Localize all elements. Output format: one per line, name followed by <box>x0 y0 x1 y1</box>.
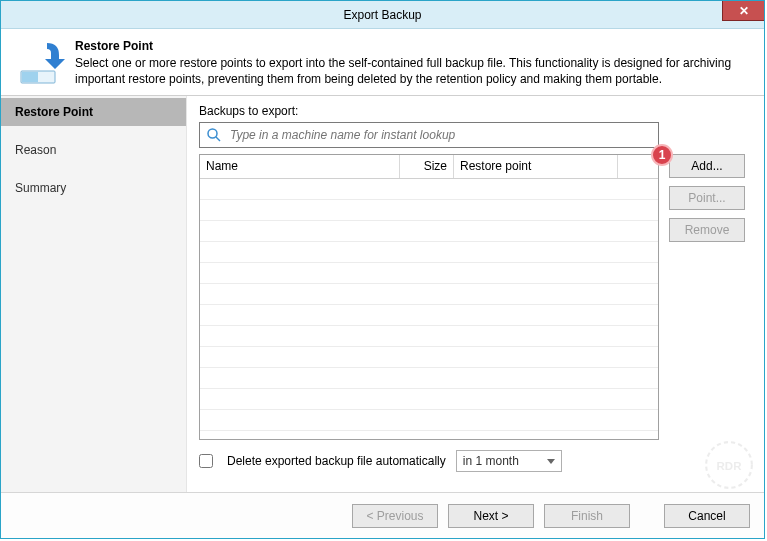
table-actions: 1 Add... Point... Remove <box>669 154 745 440</box>
window-title: Export Backup <box>1 8 764 22</box>
retention-period-dropdown[interactable]: in 1 month <box>456 450 562 472</box>
retention-period-value: in 1 month <box>463 454 519 468</box>
table-row <box>200 389 658 410</box>
table-row <box>200 179 658 200</box>
column-size[interactable]: Size <box>400 155 454 178</box>
column-name[interactable]: Name <box>200 155 400 178</box>
restore-point-icon <box>19 39 65 85</box>
backups-table[interactable]: Name Size Restore point <box>199 154 659 440</box>
table-row <box>200 326 658 347</box>
table-body <box>200 179 658 439</box>
backups-label: Backups to export: <box>199 104 750 118</box>
step-reason[interactable]: Reason <box>1 136 186 164</box>
table-row <box>200 200 658 221</box>
add-button[interactable]: Add... <box>669 154 745 178</box>
column-restore-point[interactable]: Restore point <box>454 155 618 178</box>
close-button[interactable]: ✕ <box>722 1 764 21</box>
step-restore-point[interactable]: Restore Point <box>1 98 186 126</box>
header-text: Restore Point Select one or more restore… <box>75 39 750 87</box>
remove-button[interactable]: Remove <box>669 218 745 242</box>
table-row <box>200 242 658 263</box>
wizard-body: Restore Point Reason Summary Backups to … <box>1 96 764 492</box>
next-button[interactable]: Next > <box>448 504 534 528</box>
header-description: Select one or more restore points to exp… <box>75 55 750 87</box>
table-header: Name Size Restore point <box>200 155 658 179</box>
delete-auto-label[interactable]: Delete exported backup file automaticall… <box>227 454 446 468</box>
table-row <box>200 368 658 389</box>
content-area: Backups to export: Name Size Restore poi… <box>187 96 764 492</box>
search-field[interactable] <box>199 122 659 148</box>
search-input[interactable] <box>228 127 652 143</box>
finish-button[interactable]: Finish <box>544 504 630 528</box>
point-button[interactable]: Point... <box>669 186 745 210</box>
cancel-button[interactable]: Cancel <box>664 504 750 528</box>
delete-auto-checkbox[interactable] <box>199 454 213 468</box>
table-row <box>200 221 658 242</box>
close-icon: ✕ <box>739 4 749 18</box>
export-backup-dialog: Export Backup ✕ Restore Point Select one… <box>0 0 765 539</box>
step-summary[interactable]: Summary <box>1 174 186 202</box>
svg-line-3 <box>216 137 220 141</box>
previous-button[interactable]: < Previous <box>352 504 438 528</box>
svg-rect-1 <box>22 72 38 82</box>
wizard-footer: < Previous Next > Finish Cancel <box>1 492 764 538</box>
titlebar: Export Backup ✕ <box>1 1 764 29</box>
svg-point-2 <box>208 129 217 138</box>
table-row <box>200 305 658 326</box>
header-title: Restore Point <box>75 39 750 53</box>
table-row <box>200 347 658 368</box>
wizard-steps: Restore Point Reason Summary <box>1 96 187 492</box>
table-row <box>200 263 658 284</box>
search-icon <box>206 127 222 143</box>
table-row <box>200 410 658 431</box>
options-row: Delete exported backup file automaticall… <box>199 450 750 472</box>
table-row <box>200 284 658 305</box>
wizard-header: Restore Point Select one or more restore… <box>1 29 764 96</box>
